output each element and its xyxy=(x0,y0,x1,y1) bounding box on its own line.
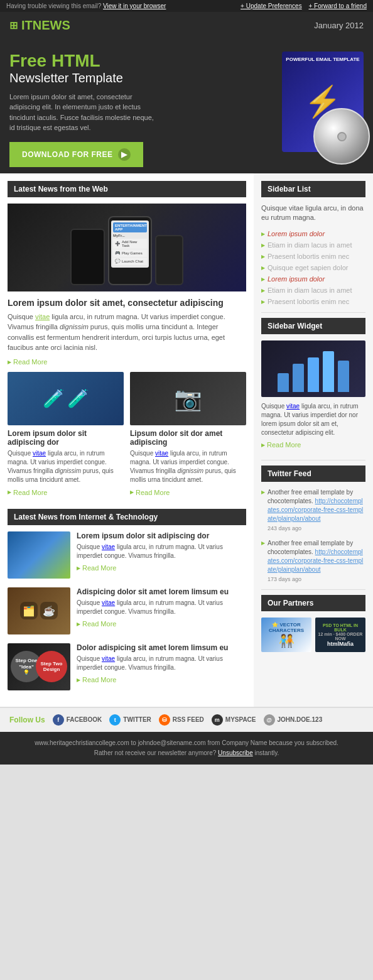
partners-divider xyxy=(261,589,365,590)
email-icon: @ xyxy=(264,714,275,726)
article2-image: 🧪 🧪 xyxy=(8,372,124,425)
article3-read-more[interactable]: Read More xyxy=(130,489,170,496)
article1-link[interactable]: vitae xyxy=(35,313,50,320)
list-item: Lorem ipsum dolor xyxy=(261,273,365,285)
myspace-link[interactable]: m MYSPACE xyxy=(212,714,256,726)
list-item: Lorem ipsum dolor xyxy=(261,228,365,239)
follow-bar: Follow Us f FACEBOOK t TWITTER ⛁ RSS FEE… xyxy=(0,707,373,732)
hero-title-big: Free HTML xyxy=(9,52,251,71)
view-browser-link[interactable]: View it in your browser xyxy=(103,3,166,9)
partners-header: Our Partners xyxy=(261,595,365,611)
header-date: January 2012 xyxy=(314,21,364,30)
email-link[interactable]: @ JOHN.DOE.123 xyxy=(264,714,323,726)
cd-disc xyxy=(313,108,370,165)
tech-article3-title: Dolor adispicing sit amet lorem limsum e… xyxy=(77,643,246,652)
hero-image: POWERFUL EMAIL TEMPLATE ⚡ xyxy=(251,52,364,152)
hero-description: Lorem ipsum dolor sit amet, consectetur … xyxy=(9,92,154,133)
facebook-icon: f xyxy=(53,714,64,726)
list-item: Etiam in diam lacus in amet xyxy=(261,239,365,251)
tech2-read-more[interactable]: Read More xyxy=(77,620,116,628)
twitter-link[interactable]: t TWITTER xyxy=(109,714,151,726)
sidebar-list-desc: Quisque vitae ligula arcu, in dona eu ru… xyxy=(261,204,365,223)
rss-link[interactable]: ⛁ RSS FEED xyxy=(159,714,204,726)
article1-title: Lorem ipsum dolor sit amet, consectetur … xyxy=(8,298,246,308)
tweet-1-days: 243 days ago xyxy=(268,525,365,533)
list-item: Praesent lobortis enim nec xyxy=(261,251,365,262)
tech3-read-more[interactable]: Read More xyxy=(77,676,116,683)
partners-row: ⭐ VECTOR CHARACTERS 🧑‍🤝‍🧑 PSD TO HTML IN… xyxy=(261,618,365,652)
widget-link[interactable]: vitae xyxy=(286,403,300,410)
tweet-2: Another free email template by chocotemp… xyxy=(261,539,365,584)
twitter-feed-header: Twitter Feed xyxy=(261,466,365,482)
sidebar-divider xyxy=(261,312,365,313)
article3-link[interactable]: vitae xyxy=(155,450,168,457)
sidebar-widget-header: Sidebar Widget xyxy=(261,318,365,334)
twitter-divider xyxy=(261,460,365,460)
tech-article3: Step One"Idea"💡 Step TwoDesign Dolor adi… xyxy=(8,643,246,690)
facebook-link[interactable]: f FACEBOOK xyxy=(53,714,102,726)
follow-label: Follow Us xyxy=(9,716,45,724)
tech-article1-content: Lorem ipsum dolor sit adipiscing dor Qui… xyxy=(77,531,246,579)
download-button[interactable]: DOWNLOAD FOR FREE ▶ xyxy=(9,142,143,167)
latest-news-header: Latest News from the Web xyxy=(8,181,246,197)
two-col-articles: 🧪 🧪 Lorem ipsum dolor sit adipiscing dor… xyxy=(8,372,246,503)
rss-icon: ⛁ xyxy=(159,714,170,726)
widget-description: Quisque vitae ligula arcu, in rutrum mag… xyxy=(261,402,365,437)
chart-bar-1 xyxy=(278,373,289,392)
partner-1: ⭐ VECTOR CHARACTERS 🧑‍🤝‍🧑 xyxy=(261,618,311,652)
news-main-image: ENTERTAINMENT APP MyFr... ➕ Add New Task… xyxy=(8,204,246,291)
main-column: Latest News from the Web ENTERTAINMENT A… xyxy=(0,173,254,707)
logo-icon: ⊞ xyxy=(9,19,18,31)
tech-article2-content: Adispicing dolor sit amet lorem limsum e… xyxy=(77,587,246,634)
article3-col: 📷 Lipsum dolor sit dor amet adipiscing Q… xyxy=(130,372,246,503)
tech2-link[interactable]: vitae xyxy=(102,599,115,606)
article3-body: Quisque vitae ligula arcu, in rutrum mag… xyxy=(130,449,246,484)
tech-article3-content: Dolor adispicing sit amet lorem limsum e… xyxy=(77,643,246,690)
list-item: Quisque eget sapien dolor xyxy=(261,262,365,273)
tech1-link[interactable]: vitae xyxy=(102,543,115,550)
chart-bar-2 xyxy=(293,364,304,392)
article1-body: Quisque vitae ligula arcu, in rutrum mag… xyxy=(8,312,246,353)
twitter-icon: t xyxy=(109,714,121,726)
tech-article1-title: Lorem ipsum dolor sit adipiscing dor xyxy=(77,531,246,540)
tweet-2-days: 173 days ago xyxy=(268,575,365,584)
phone-main: ENTERTAINMENT APP MyFr... ➕ Add New Task… xyxy=(108,216,152,285)
chart-bar-4 xyxy=(323,351,334,392)
sidebar-list: Quisque vitae ligula arcu, in dona eu ru… xyxy=(261,204,365,307)
top-bar-right: + Update Preferences + Forward to a frie… xyxy=(241,3,367,9)
article2-title: Lorem ipsum dolor sit adipiscing dor xyxy=(8,429,124,447)
tech-article2-image: 🗂️ ☕ xyxy=(8,587,70,634)
update-prefs-link[interactable]: + Update Preferences xyxy=(241,3,302,9)
sidebar-list-header: Sidebar List xyxy=(261,181,365,197)
unsubscribe-link[interactable]: Unsubscribe xyxy=(218,749,253,756)
hero-text: Free HTML Newsletter Template Lorem ipsu… xyxy=(9,52,251,167)
footer-line3: instantly. xyxy=(254,749,279,756)
footer: www.heritagechristiancollege.com to john… xyxy=(0,732,373,765)
article2-read-more[interactable]: Read More xyxy=(8,489,47,496)
article2-body: Quisque vitae ligula arcu, in rutrum mag… xyxy=(8,449,124,484)
phone-slim xyxy=(155,235,183,285)
hero-title-small: Newsletter Template xyxy=(9,71,251,85)
tweet-1: Another free email template by chocotemp… xyxy=(261,488,365,533)
main-content: Latest News from the Web ENTERTAINMENT A… xyxy=(0,173,373,707)
tech-article1: Lorem ipsum dolor sit adipiscing dor Qui… xyxy=(8,531,246,579)
tech3-link[interactable]: vitae xyxy=(102,655,115,662)
list-item: Praesent lobortis enim nec xyxy=(261,296,365,307)
myspace-icon: m xyxy=(212,714,223,726)
tech-article3-image: Step One"Idea"💡 Step TwoDesign xyxy=(8,643,70,690)
tech1-read-more[interactable]: Read More xyxy=(77,564,116,572)
top-bar-left: Having trouble viewing this email? View … xyxy=(6,3,166,9)
sidebar-widget-chart xyxy=(261,340,365,397)
footer-line2: Rather not receive our newsletter anymor… xyxy=(94,749,217,756)
forward-link[interactable]: + Forward to a friend xyxy=(308,3,367,9)
article2-link[interactable]: vitae xyxy=(33,450,46,457)
content-row: Latest News from the Web ENTERTAINMENT A… xyxy=(0,173,373,707)
tech-article1-image xyxy=(8,531,70,579)
article1-read-more[interactable]: Read More xyxy=(8,358,47,366)
sidebar-list-items: Lorem ipsum dolor Etiam in diam lacus in… xyxy=(261,228,365,307)
hero-section: Free HTML Newsletter Template Lorem ipsu… xyxy=(0,39,373,173)
header: ⊞ ITNEWS January 2012 xyxy=(0,12,373,39)
widget-read-more[interactable]: Read More xyxy=(261,441,301,449)
footer-email: www.heritagechristiancollege.com xyxy=(35,739,129,746)
chart-bar-5 xyxy=(338,361,349,392)
